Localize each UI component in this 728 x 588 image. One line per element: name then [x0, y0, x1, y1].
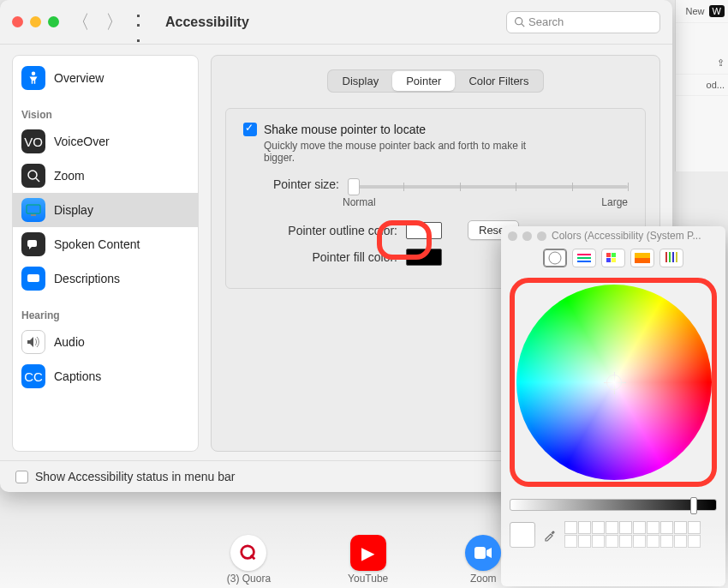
color-palettes-tab[interactable]: [601, 249, 625, 267]
captions-icon: CC: [21, 364, 45, 388]
display-icon: [21, 198, 45, 222]
size-min-label: Normal: [343, 196, 376, 208]
sidebar-section-hearing: Hearing: [13, 296, 198, 325]
svg-point-2: [32, 72, 36, 76]
dock-item-youtube[interactable]: ▶ YouTube: [348, 535, 388, 585]
tab-display[interactable]: Display: [329, 71, 393, 91]
sidebar-item-voiceover[interactable]: VO VoiceOver: [13, 124, 198, 159]
outline-color-swatch[interactable]: [406, 222, 442, 239]
svg-rect-21: [669, 252, 671, 262]
tab-color-filters[interactable]: Color Filters: [455, 71, 542, 91]
svg-point-0: [516, 18, 522, 25]
svg-rect-12: [577, 257, 591, 259]
fill-color-swatch[interactable]: [406, 249, 442, 266]
svg-rect-17: [612, 258, 616, 262]
show-all-icon[interactable]: [136, 15, 152, 30]
sidebar-item-label: Overview: [54, 71, 104, 85]
audio-icon: [21, 330, 45, 354]
descriptions-icon: [21, 267, 45, 291]
tab-pointer[interactable]: Pointer: [392, 71, 455, 91]
colors-titlebar: Colors (Accessibility (System P...: [501, 226, 725, 245]
sidebar-item-label: Descriptions: [54, 272, 120, 285]
svg-rect-5: [27, 205, 40, 213]
titlebar: 〈 〉 Accessibility Search: [0, 0, 672, 45]
shake-label: Shake mouse pointer to locate: [264, 123, 426, 136]
svg-point-9: [549, 252, 561, 264]
image-palettes-tab[interactable]: [630, 249, 654, 267]
zoom-icon: [21, 164, 45, 188]
sidebar-item-zoom[interactable]: Zoom: [13, 159, 198, 193]
fill-color-label: Pointer fill color:: [260, 250, 397, 264]
minimize-icon[interactable]: [30, 16, 41, 27]
quora-icon: [230, 535, 266, 571]
sidebar: Overview Vision VO VoiceOver Zoom Displa…: [12, 55, 199, 452]
back-button[interactable]: 〈: [68, 9, 93, 35]
slider-thumb[interactable]: [348, 178, 360, 195]
svg-rect-16: [606, 258, 611, 262]
color-wheel-tab[interactable]: [543, 249, 567, 267]
voiceover-icon: VO: [21, 129, 45, 153]
slider-thumb[interactable]: [690, 497, 697, 514]
window-title: Accessibility: [165, 15, 249, 30]
shake-checkbox[interactable]: [243, 123, 257, 136]
svg-rect-14: [606, 253, 611, 257]
svg-rect-11: [577, 254, 591, 255]
sidebar-item-display[interactable]: Display: [13, 193, 198, 227]
sidebar-item-overview[interactable]: Overview: [13, 61, 198, 95]
color-sliders-tab[interactable]: [572, 249, 596, 267]
sidebar-item-spoken-content[interactable]: Spoken Content: [13, 227, 198, 261]
outline-color-label: Pointer outline color:: [260, 224, 397, 237]
tab-bar: Display Pointer Color Filters: [327, 69, 545, 93]
sidebar-item-label: VoiceOver: [54, 135, 110, 148]
status-menubar-label: Show Accessibility status in menu bar: [35, 470, 235, 483]
svg-rect-8: [27, 274, 39, 282]
size-max-label: Large: [601, 196, 628, 208]
sidebar-item-audio[interactable]: Audio: [13, 325, 198, 359]
minimize-icon[interactable]: [522, 231, 532, 241]
overview-icon: [21, 66, 45, 90]
svg-line-1: [522, 24, 524, 27]
svg-rect-20: [665, 252, 667, 262]
sidebar-item-label: Display: [54, 203, 93, 217]
sidebar-item-label: Spoken Content: [54, 237, 140, 251]
youtube-icon: ▶: [350, 535, 386, 571]
dock-preview: (3) Quora ▶ YouTube Zoom: [0, 523, 728, 588]
search-input[interactable]: Search: [506, 11, 660, 33]
svg-rect-23: [676, 252, 677, 262]
svg-rect-22: [672, 252, 674, 262]
svg-rect-7: [27, 240, 37, 247]
color-wheel[interactable]: [516, 285, 712, 480]
color-wheel-cursor[interactable]: [606, 375, 622, 390]
search-icon: [514, 16, 525, 27]
color-mode-tabs: [501, 245, 725, 273]
pointer-size-slider[interactable]: [348, 185, 628, 189]
zoom-window-icon[interactable]: [537, 231, 546, 241]
svg-point-3: [28, 171, 37, 179]
svg-rect-6: [31, 214, 36, 216]
forward-button: 〉: [102, 9, 128, 35]
sidebar-item-label: Audio: [54, 335, 85, 349]
annotation-rect-icon: [510, 278, 717, 487]
sidebar-item-label: Captions: [54, 369, 101, 383]
sidebar-item-descriptions[interactable]: Descriptions: [13, 261, 198, 296]
background-browser-edge: New W ⇪ od...: [675, 0, 728, 171]
shake-description: Quickly move the mouse pointer back and …: [264, 140, 555, 164]
dock-item-quora[interactable]: (3) Quora: [227, 535, 271, 585]
sidebar-item-captions[interactable]: CC Captions: [13, 359, 198, 393]
dock-label: (3) Quora: [227, 573, 271, 585]
spoken-content-icon: [21, 232, 45, 256]
status-menubar-checkbox[interactable]: [15, 471, 28, 483]
svg-line-4: [36, 178, 39, 182]
zoom-app-icon: [465, 535, 501, 571]
close-icon[interactable]: [12, 16, 23, 27]
brightness-slider[interactable]: [510, 499, 717, 511]
pencils-tab[interactable]: [659, 249, 683, 267]
dock-item-zoom[interactable]: Zoom: [465, 535, 501, 585]
dock-label: Zoom: [470, 573, 497, 585]
svg-rect-25: [474, 547, 486, 559]
zoom-window-icon[interactable]: [48, 16, 59, 27]
svg-rect-15: [612, 253, 616, 257]
dock-label: YouTube: [348, 573, 388, 585]
close-icon[interactable]: [508, 231, 517, 241]
window-controls: [12, 16, 59, 27]
